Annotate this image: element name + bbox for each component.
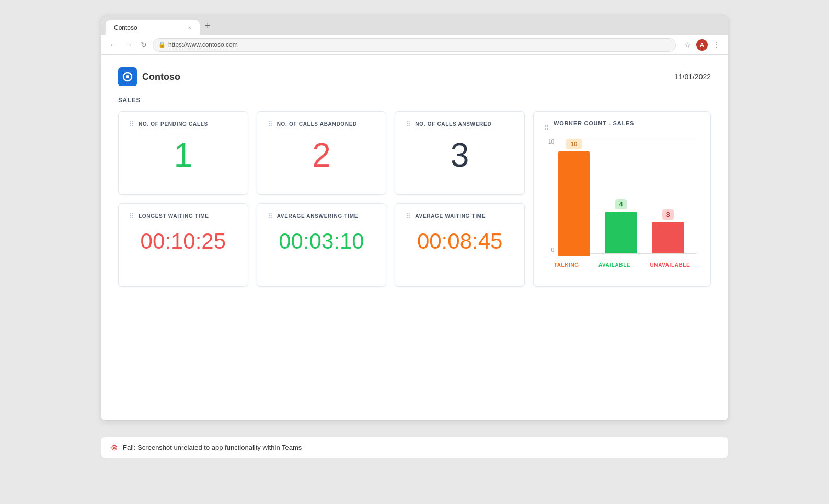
legend-unavailable: UNAVAILABLE [650,262,690,268]
back-button[interactable]: ← [107,40,119,50]
metric-value-abandoned: 2 [268,138,376,172]
logo-icon [118,67,137,86]
chart-legend: TALKING AVAILABLE UNAVAILABLE [544,262,700,268]
bar-available-bar [605,212,637,253]
time-value-avg-answering: 00:03:10 [268,230,376,252]
bar-tooltip-available: 4 [615,199,627,209]
card-title-answered: NO. OF CALLS ANSWERED [415,121,491,127]
app-logo: Contoso [118,67,180,86]
app-name: Contoso [142,72,180,83]
card-header-answered: ⠿ NO. OF CALLS ANSWERED [406,120,514,128]
address-url: https://www.contoso.com [168,41,238,49]
browser-toolbar: ← → ↻ 🔒 https://www.contoso.com ☆ A ⋮ [101,35,728,55]
card-title-pending: NO. OF PENDING CALLS [139,121,208,127]
fail-icon: ⊗ [111,442,118,452]
bar-unavailable: 3 [652,209,684,253]
time-value-longest: 00:10:25 [129,230,237,252]
bar-talking: 10 [558,139,590,256]
fail-banner: ⊗ Fail: Screenshot unrelated to app func… [101,437,728,458]
card-longest-waiting: ⠿ LONGEST WAITING TIME 00:10:25 [118,203,248,287]
card-title-longest: LONGEST WAITING TIME [139,213,209,219]
chart-drag-icon: ⠿ [544,124,549,132]
bar-tooltip-talking: 10 [566,139,581,149]
card-header-pending: ⠿ NO. OF PENDING CALLS [129,120,237,128]
section-label: SALES [118,97,711,104]
card-header-avg-answering: ⠿ AVERAGE ANSWERING TIME [268,212,376,220]
card-header-abandoned: ⠿ NO. OF CALLS ABANDONED [268,120,376,128]
card-title-abandoned: NO. OF CALLS ABANDONED [277,121,357,127]
star-button[interactable]: ☆ [682,40,693,50]
drag-icon: ⠿ [268,212,273,220]
browser-actions: ☆ A ⋮ [682,39,722,51]
dashboard-grid: ⠿ NO. OF PENDING CALLS 1 ⠿ NO. OF CALLS … [118,111,711,287]
address-bar[interactable]: 🔒 https://www.contoso.com [153,38,676,52]
drag-icon: ⠿ [268,120,273,128]
card-calls-answered: ⠿ NO. OF CALLS ANSWERED 3 [395,111,525,195]
legend-available: AVAILABLE [598,262,630,268]
card-avg-waiting: ⠿ AVERAGE WAITING TIME 00:08:45 [395,203,525,287]
metric-value-answered: 3 [406,138,514,172]
card-title-avg-answering: AVERAGE ANSWERING TIME [277,213,358,219]
lock-icon: 🔒 [158,41,166,48]
y-label-bottom: 0 [548,247,554,253]
chart-panel: ⠿ WORKER COUNT - SALES 10 0 [533,111,711,287]
y-label-top: 10 [548,139,554,145]
browser-window: Contoso × + ← → ↻ 🔒 https://www.contoso.… [101,16,728,421]
drag-icon: ⠿ [406,120,411,128]
bar-tooltip-unavailable: 3 [662,209,674,220]
card-avg-answering: ⠿ AVERAGE ANSWERING TIME 00:03:10 [257,203,387,287]
chart-bars: 10 4 3 [558,139,696,254]
browser-tabs: Contoso × + [101,16,728,35]
user-avatar[interactable]: A [696,39,708,51]
app-content: Contoso 11/01/2022 SALES ⠿ NO. OF PENDIN… [101,55,728,420]
menu-button[interactable]: ⋮ [711,40,722,50]
time-value-avg-waiting: 00:08:45 [406,230,514,252]
forward-button[interactable]: → [122,40,135,50]
refresh-button[interactable]: ↻ [138,40,149,50]
tab-close-button[interactable]: × [188,25,191,31]
card-header-avg-waiting: ⠿ AVERAGE WAITING TIME [406,212,514,220]
card-pending-calls: ⠿ NO. OF PENDING CALLS 1 [118,111,248,195]
metric-value-pending: 1 [129,138,237,172]
card-header-longest: ⠿ LONGEST WAITING TIME [129,212,237,220]
svg-point-1 [126,75,129,78]
legend-talking: TALKING [554,262,579,268]
fail-text: Fail: Screenshot unrelated to app functi… [123,443,302,451]
chart-title: WORKER COUNT - SALES [554,120,634,126]
tab-label: Contoso [114,24,137,31]
bar-talking-bar [558,151,590,256]
chart-header: ⠿ WORKER COUNT - SALES [544,120,700,135]
card-title-avg-waiting: AVERAGE WAITING TIME [415,213,486,219]
gridline-top [558,138,696,138]
drag-icon: ⠿ [129,212,134,220]
bar-unavailable-bar [652,222,684,253]
browser-tab-contoso[interactable]: Contoso × [106,20,200,35]
new-tab-button[interactable]: + [202,20,214,31]
app-date: 11/01/2022 [674,73,711,81]
bar-available: 4 [605,199,637,253]
drag-icon: ⠿ [406,212,411,220]
app-header: Contoso 11/01/2022 [118,67,711,86]
drag-icon: ⠿ [129,120,134,128]
card-calls-abandoned: ⠿ NO. OF CALLS ABANDONED 2 [257,111,387,195]
